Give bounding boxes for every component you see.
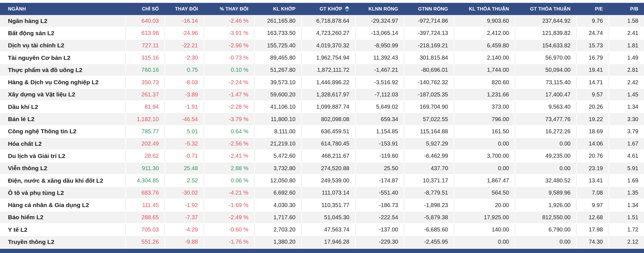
matched-value-cell: 4,019,370.32	[301, 40, 355, 51]
change-cell: -1.92	[164, 199, 204, 211]
putthrough-value-cell: 6,790.00	[515, 224, 576, 235]
change-cell: 2.52	[164, 175, 204, 186]
index-cell: 261.37	[125, 89, 164, 100]
foreign-net-value-cell: -6,685.60	[404, 224, 454, 235]
column-header-foreign-net-value[interactable]: GTNN RÒNG	[404, 3, 454, 15]
pb-cell: 1.69	[609, 175, 644, 186]
pct-change-cell: -0.60 %	[204, 224, 254, 235]
putthrough-volume-cell: 17,925.00	[454, 212, 515, 223]
matched-value-cell: 110,351.77	[301, 199, 355, 211]
pb-cell: 1.34	[609, 101, 644, 113]
foreign-net-value-cell: -5,879.38	[404, 212, 454, 223]
pe-cell: 9.76	[576, 15, 609, 27]
matched-volume-cell: 41,106.10	[254, 101, 301, 113]
column-header-label: P/E	[595, 6, 603, 12]
matched-volume-cell: 4,030.30	[254, 199, 301, 211]
sort-up-arrow	[345, 6, 349, 9]
putthrough-volume-cell: 3,700.00	[454, 150, 515, 162]
foreign-net-value-cell: 57,022.55	[404, 113, 454, 125]
change-cell: -22.21	[164, 40, 204, 51]
pb-cell: 1.72	[609, 224, 644, 235]
putthrough-volume-cell: 1,744.00	[454, 64, 515, 76]
matched-volume-cell: 11,800.10	[254, 113, 301, 125]
column-header-pct-change[interactable]: % THAY ĐỔI	[204, 3, 254, 15]
matched-volume-cell: 6,692.60	[254, 187, 301, 199]
column-header-matched-volume[interactable]: KL KHỚP	[254, 3, 301, 15]
pb-cell: 4.61	[609, 150, 644, 162]
sort-down-arrow	[345, 9, 349, 12]
foreign-net-volume-cell: -137.00	[355, 224, 404, 235]
putthrough-value-cell: 73,477.76	[515, 113, 576, 125]
pe-cell: 15.73	[576, 40, 609, 51]
putthrough-value-cell: 9,589.96	[515, 187, 576, 199]
column-header-pe[interactable]: P/E	[576, 3, 609, 15]
column-header-putthrough-value[interactable]: GT THỎA THUẬN	[515, 3, 576, 15]
putthrough-value-cell: 50,094.00	[515, 64, 576, 76]
pb-cell: 2.12	[609, 236, 644, 248]
foreign-net-volume-cell: -119.60	[355, 150, 404, 162]
table-row: Dịch vụ tài chính L2727.11-22.21-2.96 %1…	[0, 40, 644, 52]
column-header-index[interactable]: CHỈ SỐ	[125, 3, 164, 15]
pct-change-cell: 0.06 %	[204, 175, 254, 186]
matched-volume-cell: 5,472.60	[254, 150, 301, 162]
foreign-net-volume-cell: -7,112.03	[355, 89, 404, 100]
index-cell: 613.98	[125, 27, 164, 39]
pe-cell: 9.57	[576, 89, 609, 100]
pe-cell: 7.08	[576, 187, 609, 199]
putthrough-volume-cell: 373.00	[454, 101, 515, 113]
table-header-row: NGÀNHCHỈ SỐTHAY ĐỔI% THAY ĐỔIKL KHỚPGT K…	[0, 3, 644, 15]
table-row: Dầu khí L281.94-1.91-2.28 %41,106.101,09…	[0, 101, 644, 113]
matched-value-cell: 802,098.08	[301, 113, 355, 125]
index-cell: 81.94	[125, 101, 164, 113]
putthrough-volume-cell: 140.00	[454, 224, 515, 235]
pe-cell: 9.97	[576, 199, 609, 211]
foreign-net-volume-cell: 11,392.43	[355, 52, 404, 64]
sector-name-cell: Thực phẩm và đồ uống L2	[0, 64, 125, 76]
column-header-foreign-net-volume[interactable]: KLNN RÒNG	[355, 3, 404, 15]
sector-name-cell: Công nghệ Thông tin L2	[0, 126, 125, 137]
table-row: Tài nguyên Cơ bản L2315.16-2.30-0.73 %89…	[0, 52, 644, 64]
putthrough-volume-cell: 2,412.00	[454, 27, 515, 39]
foreign-net-value-cell: 169,704.90	[404, 101, 454, 113]
index-cell: 202.49	[125, 138, 164, 149]
change-cell: -7.37	[164, 212, 204, 223]
foreign-net-volume-cell: -174.87	[355, 175, 404, 186]
column-header-pb[interactable]: P/B	[609, 3, 644, 15]
putthrough-volume-cell: 1,231.66	[454, 89, 515, 100]
foreign-net-volume-cell: -551.40	[355, 187, 404, 199]
index-cell: 760.16	[125, 64, 164, 76]
pe-cell: 20.76	[576, 150, 609, 162]
foreign-net-volume-cell: 25.50	[355, 163, 404, 174]
change-cell: 5.01	[164, 126, 204, 137]
matched-value-cell: 51,045.30	[301, 212, 355, 223]
column-header-label: KLNN RÒNG	[368, 6, 398, 12]
putthrough-value-cell: 154,633.82	[515, 40, 576, 51]
putthrough-volume-cell: 0.00	[454, 138, 515, 149]
column-header-putthrough-volume[interactable]: KL THỎA THUẬN	[454, 3, 515, 15]
column-header-label: GT THỎA THUẬN	[530, 6, 571, 12]
column-header-sector-name[interactable]: NGÀNH	[0, 3, 125, 15]
pe-cell: 14.71	[576, 76, 609, 88]
table-row: Thực phẩm và đồ uống L2760.160.750.10 %5…	[0, 64, 644, 76]
matched-value-cell: 6,718,878.64	[301, 15, 355, 27]
change-cell: -24.96	[164, 27, 204, 39]
column-header-change[interactable]: THAY ĐỔI	[164, 3, 204, 15]
pb-cell: 3.30	[609, 113, 644, 125]
table-body: Ngân hàng L2640.03-16.14-2.46 %261,165.8…	[0, 15, 644, 248]
index-cell: 4,304.85	[125, 175, 164, 186]
column-header-matched-value[interactable]: GT KHỚP	[301, 3, 355, 15]
pct-change-cell: -4.21 %	[204, 187, 254, 199]
pe-cell: 13.41	[576, 175, 609, 186]
change-cell: -4.29	[164, 224, 204, 235]
foreign-net-value-cell: -6,462.99	[404, 150, 454, 162]
putthrough-volume-cell: 1,867.47	[454, 175, 515, 186]
pb-cell: 1.34	[609, 199, 644, 211]
putthrough-value-cell: 9,563.40	[515, 101, 576, 113]
matched-value-cell: 1,962,754.94	[301, 52, 355, 64]
putthrough-volume-cell: 20.00	[454, 199, 515, 211]
sector-name-cell: Du lịch và Giải trí L2	[0, 150, 125, 162]
change-cell: -16.14	[164, 15, 204, 27]
matched-value-cell: 249,539.00	[301, 175, 355, 186]
putthrough-volume-cell: 564.50	[454, 187, 515, 199]
matched-value-cell: 636,459.51	[301, 126, 355, 137]
